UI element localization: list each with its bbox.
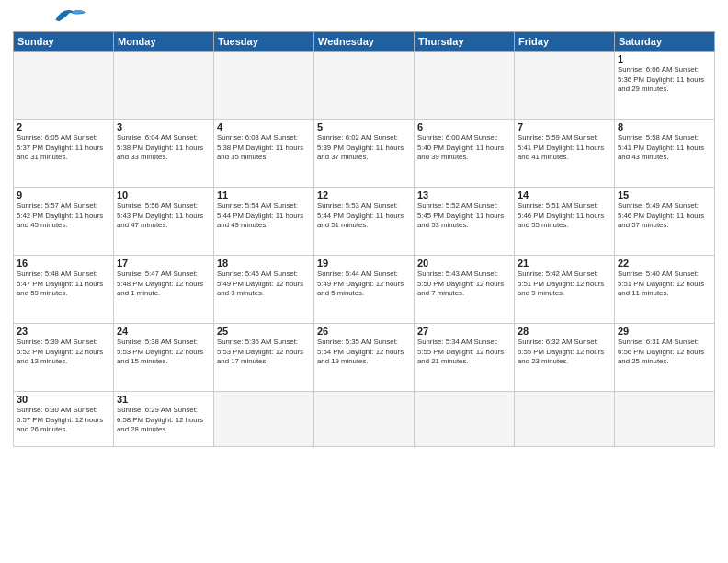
calendar-day: 16Sunrise: 5:48 AM Sunset: 5:47 PM Dayli… [14,256,114,324]
calendar-day: 8Sunrise: 5:58 AM Sunset: 5:41 PM Daylig… [615,120,715,188]
day-info: Sunrise: 6:02 AM Sunset: 5:39 PM Dayligh… [317,133,411,163]
calendar-day: 6Sunrise: 6:00 AM Sunset: 5:40 PM Daylig… [415,120,515,188]
logo-bird-icon [51,6,88,26]
calendar-day: 7Sunrise: 5:59 AM Sunset: 5:41 PM Daylig… [515,120,615,188]
day-number: 12 [317,190,411,201]
day-number: 31 [117,394,210,405]
day-number: 3 [117,121,210,132]
calendar-day: 14Sunrise: 5:51 AM Sunset: 5:46 PM Dayli… [515,188,615,256]
day-number: 8 [618,121,711,132]
day-number: 27 [417,326,511,337]
calendar-day: 2Sunrise: 6:05 AM Sunset: 5:37 PM Daylig… [14,120,114,188]
calendar-day [214,392,314,447]
calendar-day [314,52,415,120]
day-info: Sunrise: 6:03 AM Sunset: 5:38 PM Dayligh… [217,133,311,163]
calendar-day: 20Sunrise: 5:43 AM Sunset: 5:50 PM Dayli… [415,256,515,324]
day-number: 6 [417,121,511,132]
calendar-day: 10Sunrise: 5:56 AM Sunset: 5:43 PM Dayli… [114,188,214,256]
calendar-day: 29Sunrise: 6:31 AM Sunset: 6:56 PM Dayli… [615,324,715,392]
day-info: Sunrise: 5:34 AM Sunset: 5:55 PM Dayligh… [417,338,511,367]
day-number: 7 [518,121,611,132]
calendar-header-row: SundayMondayTuesdayWednesdayThursdayFrid… [14,32,715,52]
calendar-header-thursday: Thursday [415,32,515,52]
day-info: Sunrise: 6:00 AM Sunset: 5:40 PM Dayligh… [417,133,511,163]
day-info: Sunrise: 5:58 AM Sunset: 5:41 PM Dayligh… [618,133,711,163]
day-number: 25 [217,326,311,337]
day-number: 24 [117,326,210,337]
day-info: Sunrise: 5:40 AM Sunset: 5:51 PM Dayligh… [618,270,711,299]
day-info: Sunrise: 5:52 AM Sunset: 5:45 PM Dayligh… [417,201,511,231]
calendar-week-3: 9Sunrise: 5:57 AM Sunset: 5:42 PM Daylig… [14,188,715,256]
calendar-day: 12Sunrise: 5:53 AM Sunset: 5:44 PM Dayli… [314,188,415,256]
day-number: 10 [117,190,210,201]
calendar-day [515,52,615,120]
calendar-day: 3Sunrise: 6:04 AM Sunset: 5:38 PM Daylig… [114,120,214,188]
day-info: Sunrise: 5:44 AM Sunset: 5:49 PM Dayligh… [317,270,411,299]
calendar-day: 9Sunrise: 5:57 AM Sunset: 5:42 PM Daylig… [14,188,114,256]
calendar-day [314,392,415,447]
calendar-day: 21Sunrise: 5:42 AM Sunset: 5:51 PM Dayli… [515,256,615,324]
day-number: 20 [417,258,511,269]
day-number: 21 [518,258,611,269]
day-info: Sunrise: 5:42 AM Sunset: 5:51 PM Dayligh… [518,270,611,299]
calendar-day [214,52,314,120]
calendar-day: 4Sunrise: 6:03 AM Sunset: 5:38 PM Daylig… [214,120,314,188]
day-info: Sunrise: 5:36 AM Sunset: 5:53 PM Dayligh… [217,338,311,367]
day-info: Sunrise: 5:45 AM Sunset: 5:49 PM Dayligh… [217,270,311,299]
day-number: 1 [618,53,711,64]
day-number: 17 [117,258,210,269]
calendar-week-2: 2Sunrise: 6:05 AM Sunset: 5:37 PM Daylig… [14,120,715,188]
calendar: SundayMondayTuesdayWednesdayThursdayFrid… [13,31,715,447]
calendar-day: 24Sunrise: 5:38 AM Sunset: 5:53 PM Dayli… [114,324,214,392]
calendar-day: 19Sunrise: 5:44 AM Sunset: 5:49 PM Dayli… [314,256,415,324]
day-info: Sunrise: 5:53 AM Sunset: 5:44 PM Dayligh… [317,201,411,231]
calendar-day: 5Sunrise: 6:02 AM Sunset: 5:39 PM Daylig… [314,120,415,188]
day-info: Sunrise: 5:43 AM Sunset: 5:50 PM Dayligh… [417,270,511,299]
calendar-day: 17Sunrise: 5:47 AM Sunset: 5:48 PM Dayli… [114,256,214,324]
day-info: Sunrise: 6:30 AM Sunset: 6:57 PM Dayligh… [17,406,110,435]
calendar-week-5: 23Sunrise: 5:39 AM Sunset: 5:52 PM Dayli… [14,324,715,392]
day-info: Sunrise: 6:29 AM Sunset: 6:58 PM Dayligh… [117,406,210,435]
page: SundayMondayTuesdayWednesdayThursdayFrid… [0,0,728,563]
calendar-header-saturday: Saturday [615,32,715,52]
day-info: Sunrise: 5:51 AM Sunset: 5:46 PM Dayligh… [518,201,611,231]
calendar-day: 28Sunrise: 6:32 AM Sunset: 6:55 PM Dayli… [515,324,615,392]
day-info: Sunrise: 5:57 AM Sunset: 5:42 PM Dayligh… [17,201,110,231]
calendar-day [14,52,114,120]
calendar-header-monday: Monday [114,32,214,52]
day-info: Sunrise: 5:47 AM Sunset: 5:48 PM Dayligh… [117,270,210,299]
day-info: Sunrise: 5:35 AM Sunset: 5:54 PM Dayligh… [317,338,411,367]
day-info: Sunrise: 5:39 AM Sunset: 5:52 PM Dayligh… [17,338,110,367]
day-number: 13 [417,190,511,201]
day-number: 2 [17,121,110,132]
day-info: Sunrise: 6:04 AM Sunset: 5:38 PM Dayligh… [117,133,210,163]
day-number: 14 [518,190,611,201]
calendar-header-tuesday: Tuesday [214,32,314,52]
day-number: 19 [317,258,411,269]
calendar-day: 18Sunrise: 5:45 AM Sunset: 5:49 PM Dayli… [214,256,314,324]
day-info: Sunrise: 5:49 AM Sunset: 5:46 PM Dayligh… [618,201,711,231]
day-info: Sunrise: 6:32 AM Sunset: 6:55 PM Dayligh… [518,338,611,367]
calendar-day: 15Sunrise: 5:49 AM Sunset: 5:46 PM Dayli… [615,188,715,256]
day-number: 11 [217,190,311,201]
calendar-day: 27Sunrise: 5:34 AM Sunset: 5:55 PM Dayli… [415,324,515,392]
calendar-header-friday: Friday [515,32,615,52]
day-number: 16 [17,258,110,269]
calendar-day: 26Sunrise: 5:35 AM Sunset: 5:54 PM Dayli… [314,324,415,392]
day-info: Sunrise: 6:05 AM Sunset: 5:37 PM Dayligh… [17,133,110,163]
day-number: 29 [618,326,711,337]
day-number: 18 [217,258,311,269]
calendar-day: 1Sunrise: 6:06 AM Sunset: 5:36 PM Daylig… [615,52,715,120]
calendar-day: 11Sunrise: 5:54 AM Sunset: 5:44 PM Dayli… [214,188,314,256]
header [13,9,715,26]
calendar-day: 23Sunrise: 5:39 AM Sunset: 5:52 PM Dayli… [14,324,114,392]
day-number: 4 [217,121,311,132]
logo [13,9,88,26]
calendar-day: 31Sunrise: 6:29 AM Sunset: 6:58 PM Dayli… [114,392,214,447]
calendar-day: 30Sunrise: 6:30 AM Sunset: 6:57 PM Dayli… [14,392,114,447]
day-number: 26 [317,326,411,337]
calendar-week-6: 30Sunrise: 6:30 AM Sunset: 6:57 PM Dayli… [14,392,715,447]
calendar-day [415,52,515,120]
calendar-day: 25Sunrise: 5:36 AM Sunset: 5:53 PM Dayli… [214,324,314,392]
calendar-header-sunday: Sunday [14,32,114,52]
